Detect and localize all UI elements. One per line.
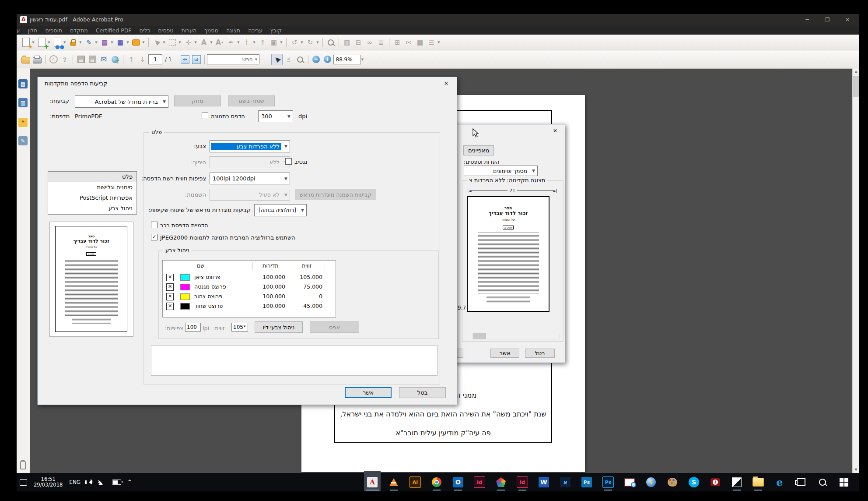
taskbar-app-sticky-notes[interactable]: [731, 474, 742, 490]
save-icon[interactable]: [76, 54, 86, 65]
ink-row-magenta[interactable]: ✕ פרוצס מגנטה 100.000 75.000: [163, 282, 336, 291]
hand-tool-icon[interactable]: ☝: [284, 54, 294, 65]
pen-nib-tool-icon[interactable]: ✒: [226, 37, 236, 48]
text-touchup-tool-icon[interactable]: A·: [214, 37, 225, 48]
trap-presets-button[interactable]: קביעות השמנה מוגדרות מראש: [295, 189, 376, 200]
marquee-tool-icon[interactable]: [167, 37, 178, 48]
page-number-input[interactable]: [148, 54, 162, 64]
hidden-icons-chevron[interactable]: ^: [127, 479, 132, 485]
fit-page-icon[interactable]: ⊡: [191, 54, 202, 65]
menu-file[interactable]: קובץ: [266, 27, 286, 34]
ink-enabled-checkbox[interactable]: ✕: [166, 303, 174, 310]
menu-view[interactable]: תצוגה: [222, 27, 244, 34]
taskbar-app-chrome[interactable]: [431, 474, 442, 490]
mail-icon[interactable]: ✉: [403, 37, 414, 48]
overflow-menu-icon[interactable]: ☰: [426, 37, 437, 48]
attachments-panel-icon[interactable]: [18, 460, 28, 469]
snapshot-icon[interactable]: ▥: [342, 37, 352, 48]
select-object-tool-icon[interactable]: ▶: [149, 35, 164, 50]
upload-web-icon[interactable]: [110, 54, 120, 65]
preview-scrollbar-thumb[interactable]: [473, 333, 486, 339]
search-field[interactable]: ▼: [207, 54, 259, 64]
rotate-cw-icon[interactable]: ↻: [305, 37, 315, 48]
taskbar-app-office-hub[interactable]: [495, 474, 507, 490]
select-tool-icon[interactable]: ▶: [271, 54, 283, 65]
taskbar-app-indesign-2[interactable]: Id: [517, 474, 528, 490]
secure-icon[interactable]: [68, 37, 78, 48]
approve-icon[interactable]: ✓: [48, 54, 59, 65]
menu-advanced[interactable]: מתקדם: [66, 27, 92, 34]
move-tool-icon[interactable]: ✛: [183, 37, 193, 48]
taskbar-app-video-downloader[interactable]: ↓: [710, 474, 721, 490]
crop-icon[interactable]: ⊟: [353, 37, 364, 48]
search-input[interactable]: [207, 56, 255, 63]
category-postscript-options[interactable]: אפשרויות PostScript: [48, 193, 136, 203]
next-page-icon[interactable]: ↓: [137, 54, 148, 65]
taskbar-app-edge[interactable]: e: [774, 474, 785, 490]
combine-files-icon[interactable]: ✚: [36, 37, 47, 48]
delete-preset-button[interactable]: מחק: [174, 95, 221, 106]
jpeg2000-checkbox[interactable]: ✓: [151, 234, 158, 240]
ink-row-black[interactable]: ✕ פרוצס שחור 100.000 45.000: [163, 302, 336, 310]
zoom-out-icon[interactable]: −: [311, 54, 322, 65]
taskbar-app-vlc[interactable]: [388, 474, 399, 490]
taskbar-app-indesign[interactable]: Id: [474, 474, 485, 490]
rotate-ccw-icon[interactable]: ↺: [289, 37, 300, 48]
frequency-input[interactable]: [185, 323, 201, 332]
reset-button[interactable]: אפס: [310, 321, 359, 333]
scroll-up-icon[interactable]: ▲: [853, 68, 859, 75]
create-pdf-icon[interactable]: ★: [21, 37, 31, 48]
flip-combo[interactable]: ללא▼: [210, 156, 290, 168]
multimedia-icon[interactable]: ▦: [115, 37, 126, 48]
stamp-tool-icon[interactable]: †: [242, 37, 252, 48]
taskbar-app-photoshop-2[interactable]: Ps: [602, 474, 614, 490]
preview-scrollbar[interactable]: [472, 333, 560, 339]
forms-icon[interactable]: ▤: [99, 37, 110, 48]
search-dropdown-icon[interactable]: ▼: [255, 55, 258, 64]
ink-enabled-checkbox[interactable]: ✕: [166, 283, 174, 291]
sign-icon[interactable]: ✎: [84, 37, 94, 48]
fit-width-icon[interactable]: ↔: [180, 54, 190, 65]
ink-enabled-checkbox[interactable]: ✕: [166, 274, 174, 281]
grid-icon[interactable]: ▦: [415, 37, 425, 48]
minimize-button[interactable]: ─: [797, 14, 817, 26]
angle-input[interactable]: [231, 323, 248, 332]
color-combo[interactable]: ללא הפרדות צבע▼: [210, 140, 290, 152]
cancel-button[interactable]: בטל: [399, 387, 446, 398]
menu-document[interactable]: מסמך: [200, 27, 222, 34]
save-as-button[interactable]: שמור בשם: [228, 95, 275, 106]
category-marks-bleeds[interactable]: סימנים וגלישות: [48, 182, 136, 193]
ok-button[interactable]: אשר: [345, 387, 392, 398]
taskbar-app-word[interactable]: W: [538, 474, 550, 490]
ink-row-yellow[interactable]: ✕ פרוצס צהוב 100.000 0: [163, 292, 336, 301]
zoom-dropdown-icon[interactable]: ▼: [361, 50, 364, 68]
print-ok-button[interactable]: אשר: [490, 349, 519, 358]
start-button[interactable]: [838, 474, 850, 490]
attach-icon[interactable]: ⇪: [60, 54, 70, 65]
taskbar-app-paint[interactable]: [667, 474, 678, 490]
document-scrollbar[interactable]: ▲ ▼: [852, 68, 859, 473]
ink-row-cyan[interactable]: ✕ פרוצס ציאן 100.000 105.000: [163, 273, 336, 282]
menu-plugins[interactable]: תוספים: [41, 27, 66, 34]
menu-tools[interactable]: כלים: [136, 27, 154, 34]
search-box-icon[interactable]: [326, 37, 336, 48]
menu-edit[interactable]: עריכה: [244, 27, 266, 34]
maximize-button[interactable]: ❐: [817, 14, 837, 26]
bookmarks-panel-icon[interactable]: ▥: [18, 98, 28, 107]
scroll-down-icon[interactable]: ▼: [853, 466, 859, 473]
pages-panel-icon[interactable]: ▤: [18, 79, 28, 88]
open-file-icon[interactable]: [21, 54, 31, 65]
action-center-icon[interactable]: [20, 479, 27, 486]
taskbar-app-skype[interactable]: S: [688, 474, 700, 490]
comment-icon[interactable]: [131, 37, 141, 48]
menu-comments[interactable]: הערות: [177, 27, 200, 34]
taskbar-app-desktop-search[interactable]: ϟ: [645, 474, 657, 490]
trapping-combo[interactable]: לא פעיל▼: [210, 189, 290, 201]
email-icon[interactable]: ✉: [98, 54, 109, 65]
ink-manager-button[interactable]: ניהול צבעי דיו: [255, 321, 303, 333]
flattener-combo[interactable]: [רזולוציה גבוהה]▼: [254, 204, 307, 216]
battery-icon[interactable]: [112, 480, 121, 485]
taskbar-search-icon[interactable]: [817, 474, 828, 490]
volume-icon[interactable]: [87, 480, 92, 484]
negative-checkbox[interactable]: [285, 158, 292, 165]
